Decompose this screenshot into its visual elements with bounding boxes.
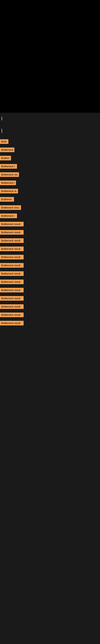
bottleneck-row: Bottleneck res bbox=[0, 171, 100, 178]
bottleneck-result-item[interactable]: Bottleneck result bbox=[0, 312, 24, 317]
bottleneck-result-item[interactable]: Bottleneck result bbox=[0, 280, 24, 284]
bottleneck-result-item[interactable]: Bottleneck result bbox=[0, 271, 24, 276]
black-background-section bbox=[0, 0, 100, 113]
cursor-indicator-2 bbox=[1, 129, 2, 133]
bottleneck-result-item[interactable]: Bottleneck result bbox=[0, 288, 24, 292]
bottleneck-row: Bottleneck result bbox=[0, 311, 100, 318]
bottleneck-row: Bottleneck result bbox=[0, 254, 100, 260]
bottleneck-result-item[interactable]: Bottleneck r bbox=[0, 164, 17, 169]
bottleneck-items-list: BottlBottleneckBottlenBottleneck rBottle… bbox=[0, 137, 100, 328]
bottleneck-row: Bottleneck bbox=[0, 146, 100, 153]
bottleneck-result-item[interactable]: Bottlen bbox=[0, 156, 11, 160]
bottleneck-row: Bottleneck re bbox=[0, 188, 100, 194]
bottleneck-result-item[interactable]: Bottleneck result bbox=[0, 222, 24, 226]
bottleneck-row: Bottlen bbox=[0, 154, 100, 162]
bottleneck-row: Bottleneck r bbox=[0, 179, 100, 186]
bottleneck-result-item[interactable]: Bottl bbox=[0, 139, 8, 144]
bottleneck-row: Bottleneck result bbox=[0, 303, 100, 310]
bottleneck-row: Bottleneck resu bbox=[0, 204, 100, 211]
bottleneck-row: Bottleneck result bbox=[0, 286, 100, 294]
bottleneck-result-item[interactable]: Bottleneck result bbox=[0, 230, 24, 235]
bottleneck-row: Bottlenec bbox=[0, 196, 100, 203]
bottleneck-row: Bottleneck result bbox=[0, 237, 100, 244]
bottleneck-result-item[interactable]: Bottleneck re bbox=[0, 189, 18, 194]
bottleneck-row: Bottleneck result bbox=[0, 278, 100, 285]
bottleneck-result-item[interactable]: Bottleneck result bbox=[0, 263, 24, 268]
bottleneck-result-item[interactable]: Bottleneck result bbox=[0, 246, 24, 251]
bottleneck-result-item[interactable]: Bottleneck res bbox=[0, 172, 19, 177]
bottleneck-row: Bottleneck r bbox=[0, 212, 100, 219]
bottleneck-result-item[interactable]: Bottleneck result bbox=[0, 304, 24, 309]
bottleneck-result-item[interactable]: Bottleneck result bbox=[0, 255, 24, 260]
bottleneck-result-item[interactable]: Bottleneck result bbox=[0, 238, 24, 243]
bottleneck-row: Bottleneck result bbox=[0, 320, 100, 327]
bottleneck-row: Bottleneck result bbox=[0, 245, 100, 252]
bottleneck-row: Bottleneck result bbox=[0, 262, 100, 269]
bottleneck-row: Bottleneck result bbox=[0, 270, 100, 277]
bottleneck-row: Bottleneck result bbox=[0, 229, 100, 236]
bottleneck-result-item[interactable]: Bottleneck resu bbox=[0, 205, 21, 210]
bottleneck-result-item[interactable]: Bottleneck r bbox=[0, 214, 17, 218]
bottleneck-row: Bottleneck r bbox=[0, 163, 100, 170]
bottleneck-row: Bottleneck result bbox=[0, 295, 100, 302]
bottleneck-row: Bottl bbox=[0, 138, 100, 145]
cursor-indicator-1 bbox=[1, 117, 2, 120]
bottleneck-result-item[interactable]: Bottleneck result bbox=[0, 296, 24, 301]
bottleneck-result-item[interactable]: Bottleneck result bbox=[0, 321, 24, 326]
bottleneck-result-item[interactable]: Bottleneck r bbox=[0, 180, 16, 185]
bottleneck-result-item[interactable]: Bottleneck bbox=[0, 148, 14, 152]
bottleneck-result-item[interactable]: Bottlenec bbox=[0, 197, 14, 202]
bottleneck-row: Bottleneck result bbox=[0, 220, 100, 228]
